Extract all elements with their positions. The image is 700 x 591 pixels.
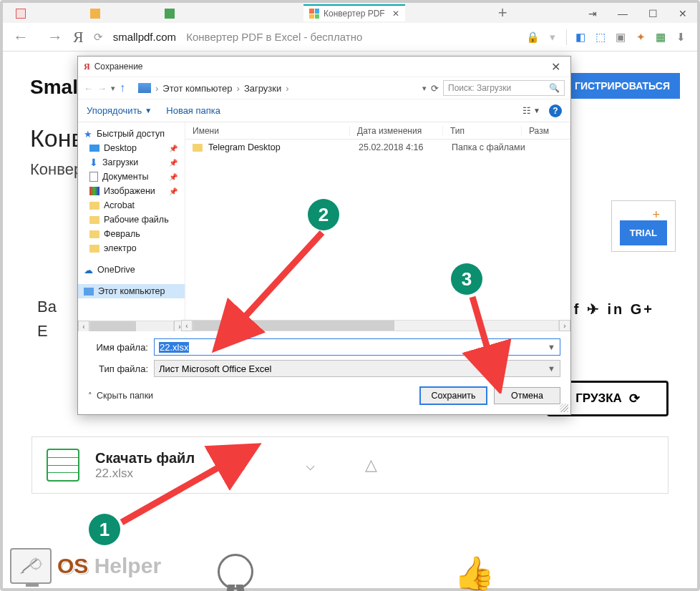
new-tab-button[interactable]: + [491,4,515,21]
address-bar: ← → Я ⟳ smallpdf.com Конвертер PDF в Exc… [3,23,697,52]
dropbox-icon[interactable]: ⌵ [306,456,315,474]
path-dropdown-icon[interactable]: ▾ [422,84,427,93]
folder-icon [89,245,99,253]
folder-icon [193,144,203,152]
annotation-callout-1: 1 [89,514,120,545]
forward-button[interactable]: → [47,28,63,47]
annotation-arrow-3 [454,290,512,394]
tree-scrollbar[interactable]: ‹› [78,321,185,331]
tab-favicon [165,9,175,19]
excel-file-icon [47,449,79,482]
organize-menu[interactable]: Упорядочить ▼ [87,105,152,116]
nav-fwd-icon[interactable]: → [97,83,107,94]
breadcrumb-root[interactable]: Этот компьютер [162,83,232,94]
view-options-icon[interactable]: ☷ ▼ [522,105,540,116]
tab-favicon [16,9,26,19]
new-folder-button[interactable]: Новая папка [166,105,220,116]
svg-line-0 [122,449,251,522]
page-subtitle: Конвер [30,160,82,179]
dialog-title-bar: Я Сохранение ✕ [78,57,570,77]
tab-overflow-icon[interactable]: ⇥ [585,9,600,19]
watermark: OS Helper [10,548,161,584]
download-icon: ⬇ [89,157,98,168]
list-header[interactable]: Имени Дата изменения Тип Разм [185,122,570,140]
maximize-button[interactable]: ☐ [646,9,660,19]
folder-icon [89,230,99,238]
breadcrumb-folder[interactable]: Загрузки [244,83,281,94]
url-text[interactable]: smallpdf.com Конвертер PDF в Excel - бес… [113,31,363,43]
excel-icon[interactable]: ▦ [654,31,667,44]
refresh-icon[interactable]: ⟳ [431,83,439,94]
extension-icon[interactable]: ⬚ [594,31,607,44]
nav-up-icon[interactable]: ↑ [120,82,125,94]
svg-line-1 [220,233,322,343]
desktop-icon [89,145,99,152]
tab-close-icon[interactable]: ✕ [392,9,399,19]
annotation-arrow-2 [208,218,351,354]
help-icon[interactable]: ? [549,104,562,117]
annotation-arrow-1 [107,436,272,529]
window-controls: ⇥ — ☐ ✕ [585,9,690,19]
smallpdf-favicon [309,9,319,19]
annotation-callout-2: 2 [308,199,339,230]
star-icon: ★ [84,129,92,140]
tab-favicon [90,9,100,19]
ribbon-icon [218,554,253,590]
folder-tree[interactable]: ★Быстрый доступ Desktop📌 ⬇Загрузки📌 Доку… [78,122,185,331]
minimize-button[interactable]: — [616,9,630,19]
refresh-icon: ⟳ [629,391,640,406]
nav-back-icon[interactable]: ← [84,83,93,94]
translate-icon[interactable]: ◧ [574,31,587,44]
hide-folders-toggle[interactable]: ˄ Скрыть папки [88,391,153,401]
gdrive-icon[interactable]: △ [365,456,377,474]
back-button[interactable]: ← [13,28,29,47]
filetype-label: Тип файла: [88,363,148,374]
tab-title: Конвертер PDF [324,9,385,19]
nav-history-icon[interactable]: ▾ [111,84,115,93]
svg-line-2 [472,297,497,383]
camera-icon[interactable]: ▣ [614,31,627,44]
extension-icon[interactable]: ✦ [634,31,647,44]
document-icon [89,172,98,182]
filename-label: Имя файла: [88,342,148,353]
pc-icon [138,83,151,93]
dialog-toolbar: Упорядочить ▼ Новая папка ☷ ▼ ? [78,99,570,122]
folder-icon [89,202,99,210]
thumbs-up-icon[interactable]: 👍 [454,554,495,591]
downloads-icon[interactable]: ⬇ [674,31,687,44]
trial-button[interactable]: TRIAL [620,220,667,245]
bookmark-icon[interactable]: ▾ [546,31,559,44]
yandex-icon: Я [84,62,90,72]
list-item[interactable]: Telegram Desktop 25.02.2018 4:16 Папка с… [185,140,570,155]
lock-icon: 🔒 [526,31,539,44]
monitor-icon [10,548,52,584]
annotation-callout-3: 3 [451,263,482,295]
folder-icon [89,216,99,224]
conversion-labels: Ва E [37,298,57,341]
dialog-breadcrumb: ← → ▾ ↑ › Этот компьютер › Загрузки › ▾ … [78,77,570,99]
chevron-up-icon: ˄ [88,391,92,401]
chevron-down-icon[interactable]: ▼ [548,364,555,373]
search-icon: 🔍 [549,83,560,93]
reload-button[interactable]: ⟳ [94,31,103,44]
image-icon [89,187,99,195]
close-window-button[interactable]: ✕ [676,9,690,19]
chevron-down-icon[interactable]: ▼ [548,343,555,351]
resize-grip[interactable] [560,404,568,412]
search-input[interactable]: Поиск: Загрузки 🔍 [443,80,565,96]
social-icons[interactable]: f ✈ in G+ [574,301,654,318]
dialog-title: Сохранение [94,62,143,72]
page-title: Конв [30,124,84,152]
register-button[interactable]: ГИСТРИРОВАТЬСЯ [565,73,680,99]
close-icon[interactable]: ✕ [547,60,565,74]
yandex-icon[interactable]: Я [73,28,84,47]
tab-active[interactable]: Конвертер PDF ✕ [303,4,405,21]
cloud-icon: ☁ [84,265,93,275]
pc-icon [84,288,94,296]
